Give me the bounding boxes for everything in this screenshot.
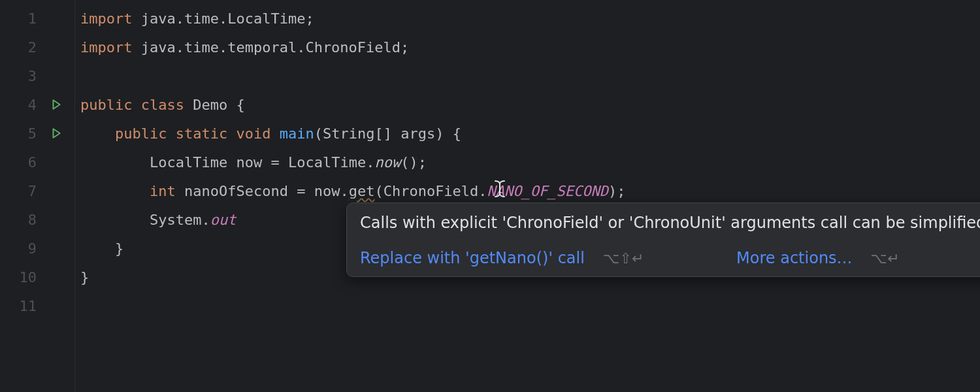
code-line[interactable]: public class Demo { xyxy=(80,90,980,119)
inspection-highlight[interactable]: get xyxy=(349,183,375,199)
static-field: out xyxy=(210,212,237,228)
gutter-line[interactable]: 8 xyxy=(0,205,74,234)
keyword: public xyxy=(80,97,132,113)
line-number: 7 xyxy=(28,183,37,199)
keyword: int xyxy=(150,183,176,199)
gutter: 1 2 3 4 5 6 7 8 9 10 11 xyxy=(0,0,75,392)
type: String xyxy=(323,125,374,142)
gutter-line[interactable]: 2 xyxy=(0,33,74,61)
operator: = xyxy=(297,183,314,199)
gutter-line[interactable]: 4 xyxy=(0,90,74,119)
gutter-line[interactable]: 7 xyxy=(0,176,74,205)
paren: ( xyxy=(374,183,383,199)
code-line[interactable]: import java.time.LocalTime; xyxy=(80,4,980,33)
code-area[interactable]: import java.time.LocalTime; import java.… xyxy=(75,0,980,392)
brace: { xyxy=(227,97,245,113)
type: ChronoField xyxy=(384,183,479,199)
code-editor: 1 2 3 4 5 6 7 8 9 10 11 import java.time… xyxy=(0,0,980,392)
gutter-line[interactable]: 6 xyxy=(0,148,74,176)
line-number: 3 xyxy=(28,68,37,84)
package-path: java.time.LocalTime; xyxy=(132,10,314,27)
keyword: import xyxy=(80,39,132,56)
line-number: 2 xyxy=(28,39,37,56)
dot: . xyxy=(478,183,487,199)
paren: (); xyxy=(400,154,427,171)
type: System xyxy=(150,212,201,228)
line-number: 10 xyxy=(20,269,37,286)
shortcut-hint: ⌥↵ xyxy=(871,250,900,267)
variable: now xyxy=(227,154,270,171)
type: LocalTime xyxy=(150,154,227,171)
gutter-line[interactable]: 3 xyxy=(0,61,74,90)
keyword: void xyxy=(236,125,270,142)
tooltip-title: Calls with explicit 'ChronoField' or 'Ch… xyxy=(360,214,980,232)
run-icon[interactable] xyxy=(50,98,63,111)
enum-constant: NANO_OF_SECOND xyxy=(487,183,608,199)
inspection-tooltip: Calls with explicit 'ChronoField' or 'Ch… xyxy=(346,203,980,277)
gutter-line[interactable]: 9 xyxy=(0,234,74,263)
gutter-line[interactable]: 11 xyxy=(0,291,74,320)
keyword: import xyxy=(80,10,132,27)
paren: ); xyxy=(608,183,626,199)
quickfix-link[interactable]: Replace with 'getNano()' call xyxy=(360,249,585,267)
method-name: main xyxy=(280,125,314,142)
brace: } xyxy=(115,240,123,257)
code-line[interactable] xyxy=(80,291,980,320)
variable: now xyxy=(314,183,340,199)
line-number: 11 xyxy=(20,298,37,314)
line-number: 9 xyxy=(28,240,37,257)
gutter-line[interactable]: 1 xyxy=(0,4,74,33)
more-actions-link[interactable]: More actions… xyxy=(736,249,853,267)
line-number: 6 xyxy=(28,154,37,171)
paren: ( xyxy=(314,125,323,142)
shortcut-hint: ⌥⇧↵ xyxy=(603,250,644,267)
class-name: Demo xyxy=(193,97,227,113)
gutter-line[interactable]: 10 xyxy=(0,263,74,291)
param: args xyxy=(400,125,435,142)
code-line[interactable]: int nanoOfSecond = now.get(ChronoField.N… xyxy=(80,176,980,205)
variable: nanoOfSecond xyxy=(176,183,297,199)
package-path: java.time.temporal.ChronoField; xyxy=(132,39,409,56)
static-method: now xyxy=(374,154,400,171)
keyword: class xyxy=(141,97,184,113)
keyword: public xyxy=(115,125,167,142)
line-number: 5 xyxy=(28,125,37,142)
dot: . xyxy=(340,183,348,199)
code-line[interactable]: import java.time.temporal.ChronoField; xyxy=(80,33,980,61)
brackets: [] xyxy=(374,125,400,142)
code-line[interactable]: public static void main(String[] args) { xyxy=(80,119,980,148)
line-number: 1 xyxy=(28,10,37,27)
dot: . xyxy=(366,154,374,171)
code-line[interactable] xyxy=(80,61,980,90)
paren: ) { xyxy=(435,125,461,142)
dot: . xyxy=(201,212,210,228)
brace: } xyxy=(80,269,89,286)
run-icon[interactable] xyxy=(50,127,63,140)
operator: = xyxy=(270,154,288,171)
gutter-line[interactable]: 5 xyxy=(0,119,74,148)
line-number: 8 xyxy=(28,212,37,228)
tooltip-actions: Replace with 'getNano()' call ⌥⇧↵ More a… xyxy=(360,249,980,267)
line-number: 4 xyxy=(28,97,37,113)
keyword: static xyxy=(176,125,227,142)
code-line[interactable]: LocalTime now = LocalTime.now(); xyxy=(80,148,980,176)
type: LocalTime xyxy=(288,154,366,171)
